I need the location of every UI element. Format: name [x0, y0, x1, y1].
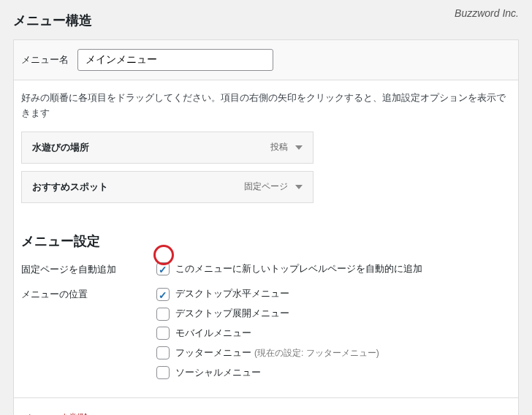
chevron-down-icon[interactable] — [295, 185, 303, 189]
location-hint: (現在の設定: フッターメニュー) — [254, 346, 379, 360]
location-label: デスクトップ水平メニュー — [175, 286, 289, 302]
chevron-down-icon[interactable] — [295, 145, 303, 150]
auto-add-row-label: 固定ページを自動追加 — [21, 262, 156, 276]
location-label: フッターメニュー — [175, 346, 251, 361]
location-label: ソーシャルメニュー — [175, 365, 261, 381]
location-checkbox-desktop-expanded[interactable] — [156, 308, 170, 321]
auto-add-checkbox[interactable] — [156, 262, 170, 275]
location-checkbox-mobile[interactable] — [156, 327, 170, 340]
delete-row: メニューを削除 — [14, 397, 518, 415]
menu-item-title: 水遊びの場所 — [32, 141, 89, 154]
delete-menu-link[interactable]: メニューを削除 — [23, 412, 89, 415]
menu-settings: メニュー設定 固定ページを自動追加 このメニューに新しいトップレベルページを自動… — [14, 225, 518, 385]
menu-name-input[interactable] — [77, 49, 273, 71]
menu-item-type: 投稿 — [270, 141, 288, 153]
location-label: モバイルメニュー — [175, 326, 251, 341]
location-checkbox-desktop-horizontal[interactable] — [156, 288, 170, 301]
menu-settings-title: メニュー設定 — [21, 232, 511, 250]
brand-label: Buzzword Inc. — [455, 7, 519, 19]
menu-name-row: メニュー名 — [14, 40, 518, 80]
menu-name-label: メニュー名 — [21, 53, 69, 66]
menu-item-title: おすすめスポット — [32, 180, 108, 194]
menu-structure-title: メニュー構造 — [0, 0, 532, 39]
menu-structure-panel: メニュー名 好みの順番に各項目をドラッグしてください。項目の右側の矢印をクリック… — [13, 39, 519, 415]
menu-items-list: 水遊びの場所 投稿 おすすめスポット 固定ページ — [14, 132, 518, 225]
menu-item[interactable]: おすすめスポット 固定ページ — [21, 171, 314, 203]
location-checkbox-footer[interactable] — [156, 346, 170, 359]
menu-item-type: 固定ページ — [244, 180, 288, 193]
auto-add-checkbox-label: このメニューに新しいトップレベルページを自動的に追加 — [175, 262, 422, 277]
locations-row-label: メニューの位置 — [21, 286, 156, 301]
auto-add-row: 固定ページを自動追加 このメニューに新しいトップレベルページを自動的に追加 — [21, 262, 511, 281]
drag-hint-text: 好みの順番に各項目をドラッグしてください。項目の右側の矢印をクリックすると、追加… — [14, 80, 518, 132]
locations-row: メニューの位置 デスクトップ水平メニュー デスクトップ展開メニュー モバイルメニ… — [21, 286, 511, 384]
location-checkbox-social[interactable] — [156, 366, 170, 379]
location-label: デスクトップ展開メニュー — [175, 306, 289, 321]
menu-item[interactable]: 水遊びの場所 投稿 — [21, 132, 314, 164]
